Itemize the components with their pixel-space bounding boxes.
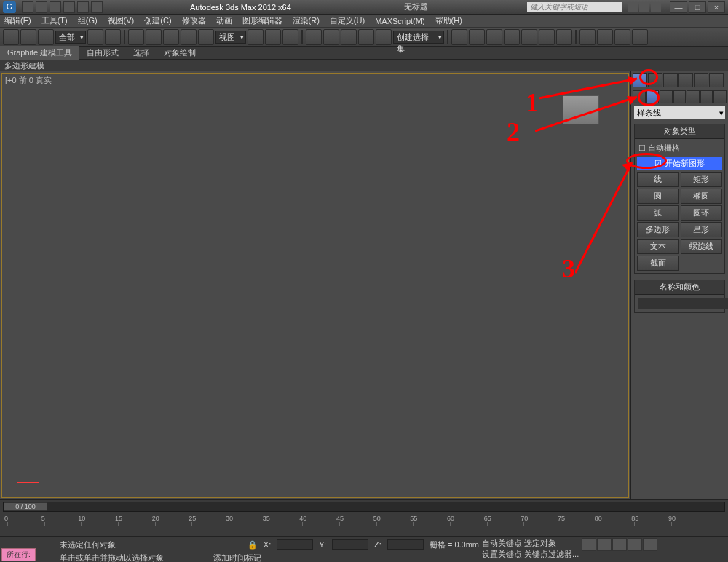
object-type-header[interactable]: 对象类型 [635, 124, 724, 139]
schematic-view-button[interactable] [539, 29, 555, 45]
play-button[interactable] [612, 538, 627, 551]
rotate-button[interactable] [181, 29, 197, 45]
named-selection-combo[interactable]: 创建选择集 [393, 31, 444, 44]
menu-create[interactable]: 创建(C) [144, 15, 171, 26]
geometry-category-icon[interactable] [633, 90, 646, 103]
rectangle-button[interactable]: 矩形 [681, 172, 723, 187]
line-button[interactable]: 线 [637, 172, 679, 187]
material-editor-button[interactable] [556, 29, 572, 45]
shapes-category-icon[interactable] [646, 90, 660, 103]
circle-button[interactable]: 圆 [637, 189, 679, 204]
menu-help[interactable]: 帮助(H) [435, 15, 462, 26]
viewcube[interactable] [563, 95, 599, 124]
goto-end-button[interactable] [643, 538, 657, 551]
cameras-category-icon[interactable] [673, 90, 687, 103]
qat-icon-2[interactable] [36, 1, 47, 13]
lights-category-icon[interactable] [660, 90, 673, 103]
move-button[interactable] [163, 29, 179, 45]
next-frame-button[interactable] [628, 538, 642, 551]
spacewarps-category-icon[interactable] [700, 90, 713, 103]
motion-tab-icon[interactable] [678, 73, 693, 87]
curve-editor-button[interactable] [521, 29, 537, 45]
info-icon[interactable] [628, 2, 638, 12]
helix-button[interactable]: 螺旋线 [681, 239, 723, 254]
menu-graph-editors[interactable]: 图形编辑器 [242, 15, 282, 26]
ref-coord-combo[interactable]: 视图 [215, 31, 246, 44]
use-center-button[interactable] [248, 29, 264, 45]
redo-button[interactable] [20, 29, 36, 45]
menu-modifiers[interactable]: 修改器 [182, 15, 206, 26]
arc-button[interactable]: 弧 [637, 205, 679, 221]
help-icon[interactable] [651, 2, 661, 12]
minimize-button[interactable]: — [670, 1, 687, 13]
text-button[interactable]: 文本 [637, 239, 679, 254]
y-input[interactable] [332, 539, 368, 550]
prev-frame-button[interactable] [597, 538, 612, 551]
object-name-input[interactable] [638, 298, 728, 309]
lock-icon[interactable]: 🔒 [248, 540, 258, 550]
add-time-tag-button[interactable]: 添加时间标记 [213, 553, 261, 563]
ellipse-button[interactable]: 椭圆 [681, 189, 723, 204]
display-tab-icon[interactable] [694, 73, 708, 87]
viewport-front[interactable]: [+0 前 0 真实 [1, 73, 629, 498]
script-listener-button[interactable]: 所在行: [1, 548, 36, 561]
qat-icon-5[interactable] [77, 1, 89, 13]
menu-animation[interactable]: 动画 [216, 15, 232, 26]
close-button[interactable]: × [708, 1, 725, 13]
section-button[interactable]: 截面 [637, 256, 679, 271]
menu-group[interactable]: 组(G) [78, 15, 98, 26]
help-search-input[interactable]: 健入关键字或短语 [527, 2, 622, 12]
qat-icon-4[interactable] [63, 1, 75, 13]
link-button[interactable] [38, 29, 54, 45]
auto-grid-checkbox[interactable]: ☐ 自动栅格 [637, 141, 722, 155]
menu-tools[interactable]: 工具(T) [41, 15, 68, 26]
z-input[interactable] [387, 539, 424, 550]
qat-icon-6[interactable] [91, 1, 103, 13]
ribbon-tab-selection[interactable]: 选择 [126, 46, 157, 60]
scale-button[interactable] [198, 29, 214, 45]
layer-manager-button[interactable] [486, 29, 502, 45]
ribbon-tab-object-paint[interactable]: 对象绘制 [157, 46, 203, 60]
ribbon-tab-freeform[interactable]: 自由形式 [79, 46, 126, 60]
selection-filter-combo[interactable]: 全部 [55, 31, 86, 44]
time-ruler[interactable]: 051015202530354045505560657075808590 [0, 513, 728, 528]
star-icon[interactable] [639, 2, 649, 12]
edit-selection-button[interactable] [376, 29, 392, 45]
ribbon-tab-graphite[interactable]: Graphite 建模工具 [0, 46, 79, 60]
x-input[interactable] [277, 539, 313, 550]
donut-button[interactable]: 圆环 [681, 205, 723, 221]
rendered-frame-button[interactable] [597, 29, 613, 45]
select-manipulate-button[interactable] [265, 29, 281, 45]
time-slider-track[interactable]: 0 / 100 [3, 502, 725, 512]
goto-start-button[interactable] [582, 538, 596, 551]
window-crossing-button[interactable] [146, 29, 162, 45]
viewport-label[interactable]: [+0 前 0 真实 [5, 75, 52, 86]
menu-edit[interactable]: 编辑(E) [4, 15, 31, 26]
align-button[interactable] [469, 29, 485, 45]
render-production-button[interactable] [614, 29, 630, 45]
start-new-shape-button[interactable]: ☑ 开始新图形 [637, 157, 722, 170]
systems-category-icon[interactable] [713, 90, 727, 103]
menu-rendering[interactable]: 渲染(R) [293, 15, 320, 26]
maximize-button[interactable]: □ [689, 1, 706, 13]
name-color-header[interactable]: 名称和颜色 [635, 280, 724, 295]
hierarchy-tab-icon[interactable] [663, 73, 678, 87]
helpers-category-icon[interactable] [687, 90, 700, 103]
spinner-snap-button[interactable] [358, 29, 374, 45]
select-object-button[interactable] [87, 29, 103, 45]
keyboard-shortcut-button[interactable] [282, 29, 298, 45]
snap-2d-button[interactable] [306, 29, 322, 45]
teapot-render-icon[interactable] [632, 29, 648, 45]
qat-icon-3[interactable] [50, 1, 61, 13]
key-filters-button[interactable]: 关键点过滤器... [524, 550, 579, 558]
graphite-toggle-button[interactable] [504, 29, 520, 45]
select-by-name-button[interactable] [105, 29, 121, 45]
percent-snap-button[interactable] [341, 29, 357, 45]
undo-button[interactable] [3, 29, 19, 45]
time-slider-thumb[interactable]: 0 / 100 [4, 502, 47, 511]
utilities-tab-icon[interactable] [709, 73, 724, 87]
mirror-button[interactable] [451, 29, 467, 45]
shape-subcategory-dropdown[interactable]: 样条线 [634, 106, 725, 119]
setkey-button[interactable]: 设置关键点 [482, 550, 522, 558]
selected-filter[interactable]: 选定对象 [524, 539, 556, 547]
